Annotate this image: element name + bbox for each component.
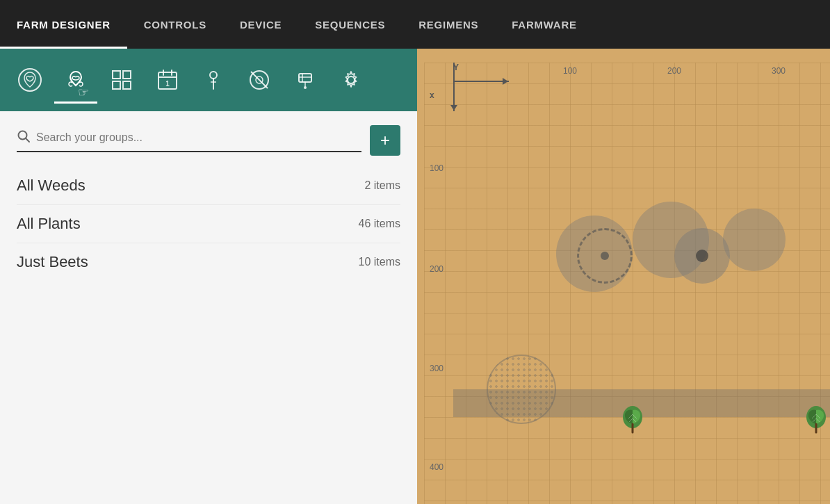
nav-sequences[interactable]: SEQUENCES (298, 0, 402, 49)
group-item-all-plants[interactable]: All Plants 46 items (17, 205, 400, 243)
map-dotted-circle (487, 355, 556, 424)
map-circle-dot-inner (696, 250, 708, 262)
svg-rect-16 (299, 74, 311, 82)
add-group-button[interactable]: + (370, 125, 400, 156)
svg-line-23 (26, 138, 29, 142)
map-circle-dot (674, 228, 730, 284)
toolbar-no-photo-icon[interactable] (238, 58, 281, 101)
svg-point-10 (210, 72, 217, 79)
ruler-y-300: 300 (430, 364, 444, 373)
cursor-hand-icon: ☞ (78, 85, 89, 100)
group-item-all-weeds[interactable]: All Weeds 2 items (17, 167, 400, 205)
search-area: + (0, 111, 417, 156)
search-input-wrap (17, 129, 361, 152)
axis-x-arrow (453, 81, 509, 82)
nav-regimens[interactable]: REGIMENS (402, 0, 495, 49)
group-list: All Weeds 2 items All Plants 46 items Ju… (0, 156, 417, 504)
group-item-just-beets[interactable]: Just Beets 10 items (17, 243, 400, 281)
nav-controls[interactable]: CONTROLS (127, 0, 223, 49)
ruler-y-400: 400 (430, 462, 444, 472)
nav-farmware[interactable]: FARMWARE (495, 0, 594, 49)
svg-rect-1 (113, 71, 120, 79)
axis-x-label: x (430, 90, 434, 100)
group-name-all-weeds: All Weeds (17, 177, 86, 195)
nav-farm-designer[interactable]: FARM DESIGNER (0, 0, 127, 49)
nav-device[interactable]: DEVICE (223, 0, 298, 49)
toolbar-plants-icon[interactable] (8, 58, 51, 101)
group-count-all-plants: 46 items (359, 218, 400, 230)
group-name-all-plants: All Plants (17, 215, 81, 233)
ruler-x-100: 100 (563, 66, 577, 76)
toolbar-probe-icon[interactable] (192, 58, 235, 101)
icon-toolbar: ☞ 1 (0, 49, 417, 111)
map-circle-dashed-inner (601, 252, 609, 260)
toolbar-groups-icon[interactable]: ☞ (54, 58, 97, 101)
search-row: + (17, 125, 400, 156)
left-panel: ☞ 1 (0, 49, 417, 504)
top-navigation: FARM DESIGNER CONTROLS DEVICE SEQUENCES … (0, 0, 830, 49)
svg-text:1: 1 (165, 80, 170, 88)
toolbar-settings-icon[interactable] (329, 58, 373, 101)
svg-rect-2 (123, 71, 131, 79)
group-count-all-weeds: 2 items (364, 179, 400, 192)
farm-map-panel[interactable]: Y x 100 200 300 400 100 200 300 400 (417, 49, 830, 504)
axis-y-label: Y (453, 63, 459, 72)
svg-rect-3 (113, 81, 120, 89)
svg-rect-4 (123, 81, 131, 89)
ruler-x-200: 200 (667, 66, 681, 76)
farm-map: Y x 100 200 300 400 100 200 300 400 (417, 49, 830, 504)
group-count-just-beets: 10 items (359, 256, 400, 268)
toolbar-water-icon[interactable] (284, 58, 327, 101)
ruler-y-100: 100 (430, 163, 444, 173)
search-icon (17, 129, 31, 147)
ruler-y-200: 200 (430, 264, 444, 274)
map-circle-3 (723, 209, 786, 271)
map-circle-dashed (577, 228, 633, 284)
plant-spinach-1[interactable] (619, 405, 646, 441)
plant-spinach-2[interactable] (802, 405, 830, 441)
toolbar-calendar-icon[interactable]: 1 (146, 58, 189, 101)
main-layout: ☞ 1 (0, 49, 830, 504)
svg-line-14 (251, 72, 268, 88)
toolbar-grid-icon[interactable] (100, 58, 143, 101)
ruler-x-300: 300 (772, 66, 786, 76)
svg-point-20 (304, 86, 307, 89)
search-input[interactable] (36, 131, 361, 144)
group-name-just-beets: Just Beets (17, 253, 88, 271)
